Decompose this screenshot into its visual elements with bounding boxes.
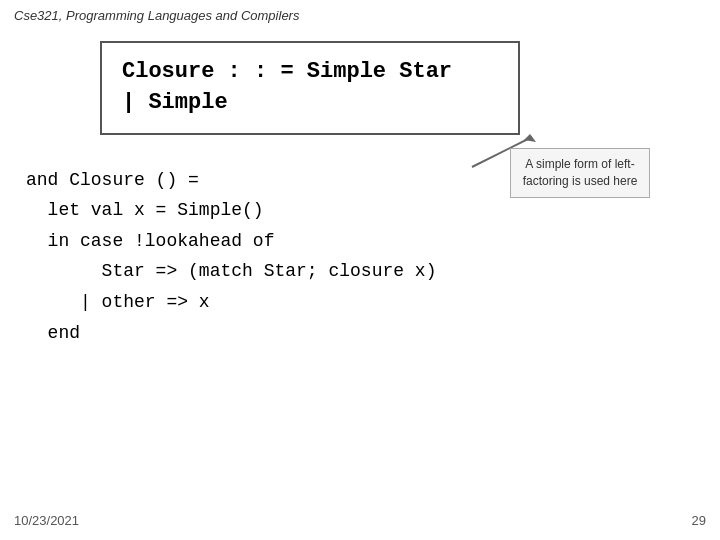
code-line-3: in case !lookahead of <box>26 226 720 257</box>
code-line-5: | other => x <box>26 287 720 318</box>
grammar-line-2: | Simple <box>122 88 498 119</box>
slide-date: 10/23/2021 <box>14 513 79 528</box>
grammar-line-1: Closure : : = Simple Star <box>122 57 498 88</box>
grammar-definition-box: Closure : : = Simple Star | Simple <box>100 41 520 135</box>
code-line-4: Star => (match Star; closure x) <box>26 256 720 287</box>
code-line-6: end <box>26 318 720 349</box>
slide-page-number: 29 <box>692 513 706 528</box>
annotation-box: A simple form of left-factoring is used … <box>510 148 650 198</box>
code-line-2: let val x = Simple() <box>26 195 720 226</box>
slide-header: Cse321, Programming Languages and Compil… <box>0 0 720 31</box>
